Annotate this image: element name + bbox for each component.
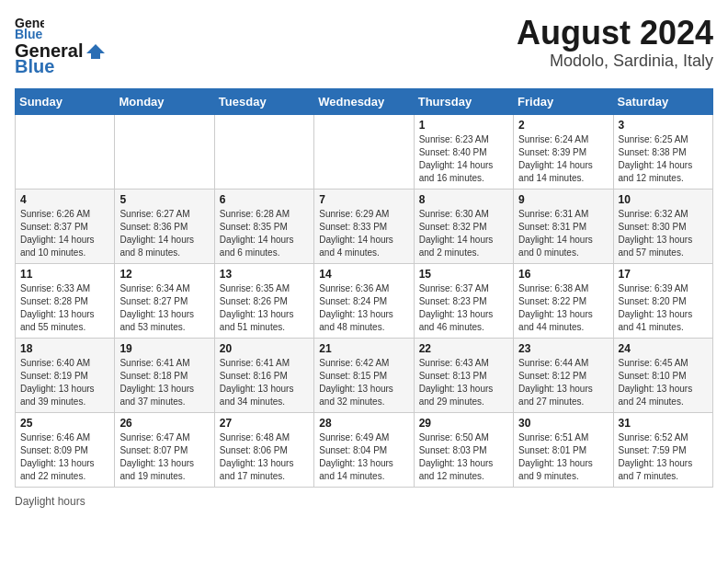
- header-day-friday: Friday: [514, 89, 613, 115]
- day-number: 7: [319, 193, 408, 206]
- calendar-cell: 9Sunrise: 6:31 AM Sunset: 8:31 PM Daylig…: [514, 190, 613, 264]
- day-info: Sunrise: 6:24 AM Sunset: 8:39 PM Dayligh…: [518, 133, 608, 185]
- day-number: 6: [220, 193, 309, 206]
- calendar-week-row: 18Sunrise: 6:40 AM Sunset: 8:19 PM Dayli…: [16, 339, 713, 413]
- header-day-sunday: Sunday: [16, 89, 115, 115]
- day-info: Sunrise: 6:31 AM Sunset: 8:31 PM Dayligh…: [518, 208, 608, 259]
- day-number: 8: [419, 193, 508, 206]
- calendar-cell: 3Sunrise: 6:25 AM Sunset: 8:38 PM Daylig…: [613, 115, 712, 190]
- day-info: Sunrise: 6:33 AM Sunset: 8:28 PM Dayligh…: [20, 282, 109, 334]
- day-info: Sunrise: 6:41 AM Sunset: 8:18 PM Dayligh…: [119, 357, 209, 408]
- calendar-cell: 20Sunrise: 6:41 AM Sunset: 8:16 PM Dayli…: [214, 339, 313, 413]
- calendar-table: SundayMondayTuesdayWednesdayThursdayFrid…: [15, 88, 713, 488]
- calendar-header: SundayMondayTuesdayWednesdayThursdayFrid…: [16, 89, 713, 115]
- header-row: SundayMondayTuesdayWednesdayThursdayFrid…: [16, 89, 713, 115]
- day-info: Sunrise: 6:27 AM Sunset: 8:36 PM Dayligh…: [119, 208, 209, 259]
- day-info: Sunrise: 6:44 AM Sunset: 8:12 PM Dayligh…: [518, 357, 608, 408]
- day-number: 17: [619, 268, 708, 281]
- calendar-cell: 8Sunrise: 6:30 AM Sunset: 8:32 PM Daylig…: [414, 190, 513, 264]
- day-number: 26: [119, 417, 209, 430]
- day-number: 10: [619, 193, 708, 206]
- day-number: 30: [518, 417, 608, 430]
- day-number: 5: [119, 193, 209, 206]
- title-area: August 2024 Modolo, Sardinia, Italy: [517, 15, 713, 71]
- day-number: 9: [518, 193, 608, 206]
- calendar-cell: 31Sunrise: 6:52 AM Sunset: 7:59 PM Dayli…: [613, 413, 712, 488]
- day-number: 15: [419, 268, 508, 281]
- day-info: Sunrise: 6:46 AM Sunset: 8:09 PM Dayligh…: [20, 431, 109, 483]
- calendar-cell: 19Sunrise: 6:41 AM Sunset: 8:18 PM Dayli…: [115, 339, 214, 413]
- day-number: 4: [20, 193, 109, 206]
- day-number: 14: [319, 268, 408, 281]
- calendar-cell: 6Sunrise: 6:28 AM Sunset: 8:35 PM Daylig…: [214, 190, 313, 264]
- day-number: 13: [220, 268, 309, 281]
- day-info: Sunrise: 6:40 AM Sunset: 8:19 PM Dayligh…: [20, 357, 109, 408]
- calendar-week-row: 25Sunrise: 6:46 AM Sunset: 8:09 PM Dayli…: [16, 413, 713, 488]
- calendar-cell: 18Sunrise: 6:40 AM Sunset: 8:19 PM Dayli…: [16, 339, 115, 413]
- day-info: Sunrise: 6:49 AM Sunset: 8:04 PM Dayligh…: [319, 431, 408, 483]
- day-number: 1: [419, 119, 508, 132]
- day-info: Sunrise: 6:23 AM Sunset: 8:40 PM Dayligh…: [419, 133, 508, 185]
- day-number: 22: [419, 342, 508, 355]
- day-number: 20: [220, 342, 309, 355]
- page-title: August 2024: [517, 15, 713, 52]
- calendar-cell: 25Sunrise: 6:46 AM Sunset: 8:09 PM Dayli…: [16, 413, 115, 488]
- day-info: Sunrise: 6:41 AM Sunset: 8:16 PM Dayligh…: [220, 357, 309, 408]
- calendar-cell: 11Sunrise: 6:33 AM Sunset: 8:28 PM Dayli…: [16, 264, 115, 339]
- day-number: 23: [518, 342, 608, 355]
- calendar-cell: 2Sunrise: 6:24 AM Sunset: 8:39 PM Daylig…: [514, 115, 613, 190]
- day-number: 3: [619, 119, 708, 132]
- svg-text:Blue: Blue: [15, 27, 43, 40]
- calendar-cell: 12Sunrise: 6:34 AM Sunset: 8:27 PM Dayli…: [115, 264, 214, 339]
- day-info: Sunrise: 6:30 AM Sunset: 8:32 PM Dayligh…: [419, 208, 508, 259]
- calendar-cell: 28Sunrise: 6:49 AM Sunset: 8:04 PM Dayli…: [314, 413, 414, 488]
- day-number: 25: [20, 417, 109, 430]
- day-info: Sunrise: 6:50 AM Sunset: 8:03 PM Dayligh…: [419, 431, 508, 483]
- day-number: 12: [119, 268, 209, 281]
- day-info: Sunrise: 6:42 AM Sunset: 8:15 PM Dayligh…: [319, 357, 408, 408]
- calendar-cell: [214, 115, 313, 190]
- calendar-cell: 23Sunrise: 6:44 AM Sunset: 8:12 PM Dayli…: [514, 339, 613, 413]
- day-info: Sunrise: 6:32 AM Sunset: 8:30 PM Dayligh…: [619, 208, 708, 259]
- calendar-cell: 5Sunrise: 6:27 AM Sunset: 8:36 PM Daylig…: [115, 190, 214, 264]
- calendar-cell: 21Sunrise: 6:42 AM Sunset: 8:15 PM Dayli…: [314, 339, 414, 413]
- calendar-cell: 15Sunrise: 6:37 AM Sunset: 8:23 PM Dayli…: [414, 264, 513, 339]
- calendar-cell: 1Sunrise: 6:23 AM Sunset: 8:40 PM Daylig…: [414, 115, 513, 190]
- day-info: Sunrise: 6:48 AM Sunset: 8:06 PM Dayligh…: [220, 431, 309, 483]
- day-number: 24: [619, 342, 708, 355]
- calendar-cell: 4Sunrise: 6:26 AM Sunset: 8:37 PM Daylig…: [16, 190, 115, 264]
- day-number: 11: [20, 268, 109, 281]
- day-info: Sunrise: 6:37 AM Sunset: 8:23 PM Dayligh…: [419, 282, 508, 334]
- day-info: Sunrise: 6:47 AM Sunset: 8:07 PM Dayligh…: [119, 431, 209, 483]
- calendar-cell: 10Sunrise: 6:32 AM Sunset: 8:30 PM Dayli…: [613, 190, 712, 264]
- day-number: 27: [220, 417, 309, 430]
- daylight-label: Daylight hours: [15, 495, 85, 508]
- day-info: Sunrise: 6:52 AM Sunset: 7:59 PM Dayligh…: [619, 431, 708, 483]
- day-number: 19: [119, 342, 209, 355]
- day-info: Sunrise: 6:43 AM Sunset: 8:13 PM Dayligh…: [419, 357, 508, 408]
- day-info: Sunrise: 6:45 AM Sunset: 8:10 PM Dayligh…: [619, 357, 708, 408]
- calendar-cell: 13Sunrise: 6:35 AM Sunset: 8:26 PM Dayli…: [214, 264, 313, 339]
- header-day-monday: Monday: [115, 89, 214, 115]
- day-info: Sunrise: 6:35 AM Sunset: 8:26 PM Dayligh…: [220, 282, 309, 334]
- calendar-cell: [314, 115, 414, 190]
- header-day-thursday: Thursday: [414, 89, 513, 115]
- logo: General Blue General Blue: [15, 15, 105, 77]
- calendar-cell: [16, 115, 115, 190]
- calendar-cell: 30Sunrise: 6:51 AM Sunset: 8:01 PM Dayli…: [514, 413, 613, 488]
- page-subtitle: Modolo, Sardinia, Italy: [517, 52, 713, 71]
- day-info: Sunrise: 6:38 AM Sunset: 8:22 PM Dayligh…: [518, 282, 608, 334]
- logo-bird-icon: [85, 42, 105, 61]
- day-info: Sunrise: 6:36 AM Sunset: 8:24 PM Dayligh…: [319, 282, 408, 334]
- day-info: Sunrise: 6:25 AM Sunset: 8:38 PM Dayligh…: [619, 133, 708, 185]
- calendar-cell: 26Sunrise: 6:47 AM Sunset: 8:07 PM Dayli…: [115, 413, 214, 488]
- day-number: 29: [419, 417, 508, 430]
- calendar-cell: 7Sunrise: 6:29 AM Sunset: 8:33 PM Daylig…: [314, 190, 414, 264]
- header: General Blue General Blue August 2024 Mo…: [15, 15, 713, 77]
- day-info: Sunrise: 6:28 AM Sunset: 8:35 PM Dayligh…: [220, 208, 309, 259]
- day-number: 28: [319, 417, 408, 430]
- calendar-body: 1Sunrise: 6:23 AM Sunset: 8:40 PM Daylig…: [16, 115, 713, 488]
- day-info: Sunrise: 6:26 AM Sunset: 8:37 PM Dayligh…: [20, 208, 109, 259]
- day-info: Sunrise: 6:39 AM Sunset: 8:20 PM Dayligh…: [619, 282, 708, 334]
- day-number: 16: [518, 268, 608, 281]
